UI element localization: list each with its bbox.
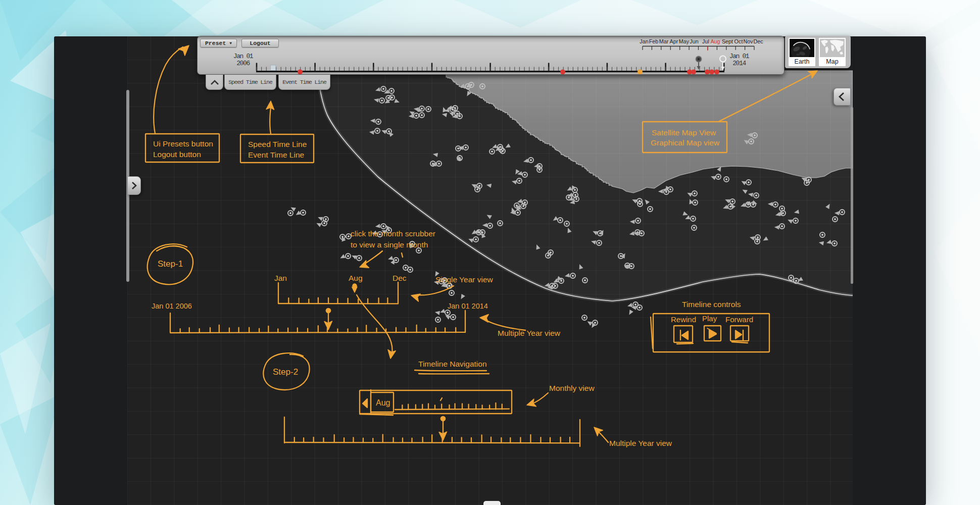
svg-text:Jan: Jan (640, 38, 648, 44)
svg-text:Apr: Apr (670, 38, 678, 44)
svg-text:Feb: Feb (649, 38, 659, 44)
svg-text:Jun: Jun (690, 38, 698, 44)
svg-text:Nov: Nov (743, 38, 753, 44)
svg-text:Sept: Sept (722, 38, 733, 44)
svg-text:Jul: Jul (702, 38, 709, 44)
svg-text:Mar: Mar (659, 38, 669, 44)
svg-text:Oct: Oct (734, 38, 743, 44)
svg-text:May: May (679, 38, 690, 44)
svg-text:Aug: Aug (710, 38, 720, 44)
svg-text:Dec: Dec (753, 38, 763, 44)
